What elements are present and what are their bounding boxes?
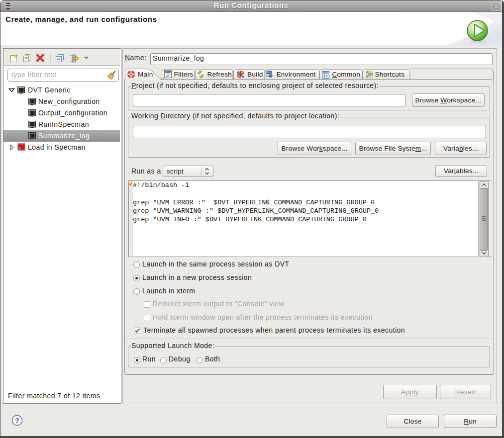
svg-text:?: ? bbox=[15, 417, 19, 425]
